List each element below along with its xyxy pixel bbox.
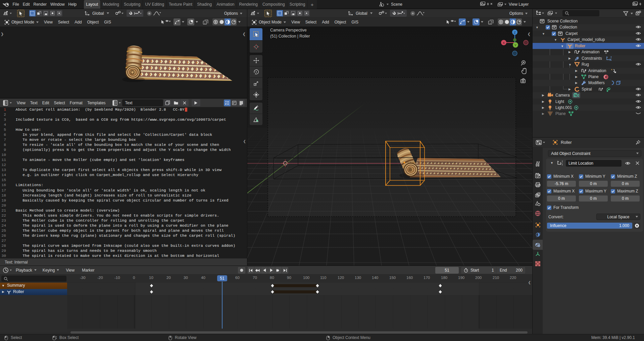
svg-text:Z: Z <box>514 31 516 34</box>
svg-text:Y: Y <box>514 43 517 47</box>
svg-text:X: X <box>503 41 505 45</box>
